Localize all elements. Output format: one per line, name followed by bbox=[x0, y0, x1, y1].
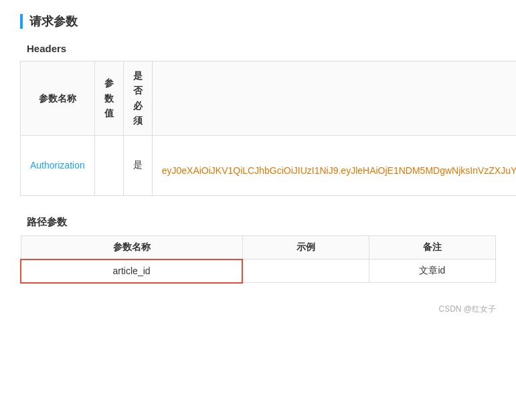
path-subtitle-text: 路径参数 bbox=[27, 216, 67, 227]
path-table-header-row: 参数名称 示例 备注 bbox=[21, 235, 496, 259]
watermark: CSDN @红女子 bbox=[20, 304, 496, 315]
cell-remark: 文章id bbox=[369, 259, 495, 283]
headers-table: 参数名称 参数值 是否必须 Authorization 是 Bearer eyJ… bbox=[20, 61, 516, 196]
col-header-value: 参数值 bbox=[94, 62, 123, 136]
cell-param-name: Authorization bbox=[21, 135, 95, 195]
path-subtitle: 路径参数 bbox=[27, 216, 496, 229]
headers-table-header-row: 参数名称 参数值 是否必须 bbox=[21, 62, 517, 136]
col-header-name: 参数名称 bbox=[21, 62, 95, 136]
col-header-desc bbox=[152, 62, 516, 136]
cell-param-desc: Bearer eyJ0eXAiOiJKV1QiLCJhbGciOiJIUzI1N… bbox=[152, 135, 516, 195]
headers-subtitle-text: Headers bbox=[27, 43, 66, 54]
path-col-header-name: 参数名称 bbox=[21, 235, 242, 259]
authorization-link[interactable]: Authorization bbox=[30, 160, 85, 171]
table-row: article_id 文章id bbox=[21, 259, 496, 283]
col-header-required: 是否必须 bbox=[123, 62, 152, 136]
bearer-token-text: Bearer eyJ0eXAiOiJKV1QiLCJhbGciOiJIUzI1N… bbox=[162, 154, 516, 176]
table-row: Authorization 是 Bearer eyJ0eXAiOiJKV1QiL… bbox=[21, 135, 517, 195]
path-col-header-remark: 备注 bbox=[369, 235, 495, 259]
path-col-header-example: 示例 bbox=[242, 235, 369, 259]
section-title: 请求参数 bbox=[20, 13, 496, 29]
section-title-text: 请求参数 bbox=[29, 13, 78, 29]
cell-article-id: article_id bbox=[21, 259, 242, 283]
headers-subtitle: Headers bbox=[27, 43, 496, 54]
path-table: 参数名称 示例 备注 article_id 文章id bbox=[20, 235, 496, 284]
watermark-text: CSDN @红女子 bbox=[438, 304, 496, 314]
cell-param-required: 是 bbox=[123, 135, 152, 195]
cell-example bbox=[242, 259, 369, 283]
cell-param-value bbox=[94, 135, 123, 195]
